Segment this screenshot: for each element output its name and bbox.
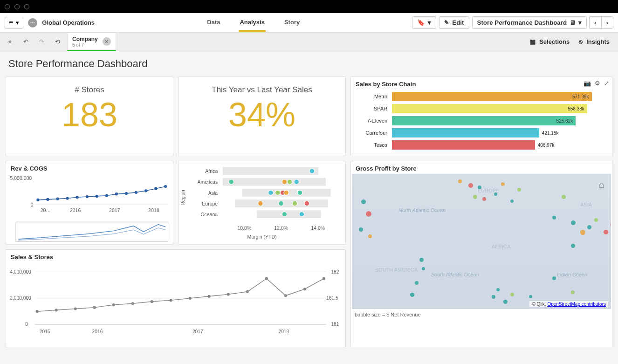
snapshot-icon[interactable]: 📷 [584, 80, 591, 87]
prev-sheet-button[interactable]: ‹ [589, 16, 601, 29]
map-canvas[interactable]: ⌂ North Atlantic Ocean SOUTH AMERICA Sou… [352, 174, 611, 309]
bookmark-button[interactable]: 🔖 ▾ [412, 16, 436, 29]
step-forward-icon[interactable]: ↷ [34, 34, 49, 50]
tab-analysis[interactable]: Analysis [239, 14, 265, 32]
map-bubble[interactable] [419, 258, 424, 262]
selection-tag-company[interactable]: Company 5 of 7 ✕ [67, 33, 116, 51]
svg-text:2017: 2017 [109, 207, 120, 213]
kpi-stores[interactable]: # Stores 183 [6, 76, 173, 156]
map-bubble[interactable] [482, 197, 486, 201]
svg-point-68 [151, 300, 153, 303]
traffic-light-close[interactable] [5, 4, 10, 9]
map-bubble[interactable] [510, 293, 514, 296]
svg-point-13 [135, 191, 137, 194]
map-bubble[interactable] [604, 230, 608, 234]
kpi-sales-vs-ly[interactable]: This Year vs Last Year Sales 34% [178, 76, 346, 156]
svg-text:14.0%: 14.0% [311, 225, 325, 231]
chevron-down-icon: ▾ [16, 19, 19, 26]
selections-tool-button[interactable]: ▦ Selections [530, 38, 570, 45]
map-bubble[interactable] [571, 290, 575, 294]
chevron-down-icon: ▾ [428, 19, 431, 26]
map-bubble[interactable] [494, 192, 497, 196]
global-menu-button[interactable]: ≡ ▾ [5, 17, 23, 29]
map-bubble[interactable] [478, 185, 481, 189]
map-bubble[interactable] [359, 227, 363, 232]
chart-sales-by-chain[interactable]: Sales by Store Chain 📷 ⚙ ⤢ Metro571.39kS… [350, 76, 612, 156]
window-titlebar [0, 0, 618, 13]
kpi-sales-title: This Year vs Last Year Sales [187, 85, 337, 95]
svg-point-36 [287, 179, 292, 185]
map-bubble[interactable] [410, 293, 414, 297]
map-bubble[interactable] [361, 199, 366, 204]
map-bubble[interactable] [492, 295, 495, 299]
smart-search-icon[interactable]: ⌖ [2, 34, 18, 50]
selection-remove-icon[interactable]: ✕ [103, 37, 111, 46]
bar-row[interactable]: 7-Eleven525.62k [357, 115, 602, 127]
edit-button[interactable]: ✎ Edit [439, 16, 469, 29]
kpi-sales-value: 34% [187, 96, 337, 133]
chart-margin-scatter[interactable]: Region AfricaAmericasAsiaEuropeOceana 10… [178, 161, 346, 245]
map-bubble[interactable] [366, 211, 371, 217]
map-attribution: © Qlik, OpenStreetMap contributors [529, 301, 608, 307]
tab-story[interactable]: Story [283, 14, 301, 32]
map-bubble[interactable] [587, 225, 591, 229]
traffic-light-min[interactable] [14, 4, 20, 9]
map-bubble[interactable] [468, 183, 473, 188]
bar-label: SPAR [357, 106, 389, 111]
bar-row[interactable]: SPAR558.38k [357, 103, 602, 115]
fullscreen-icon[interactable]: ⤢ [604, 80, 609, 87]
map-bubble[interactable] [422, 267, 425, 270]
map-bubble[interactable] [368, 234, 372, 238]
map-bubble[interactable] [594, 218, 598, 222]
sheet-title: Store Performance Dashboard [0, 51, 618, 76]
map-bubble[interactable] [496, 288, 500, 291]
map-bubble[interactable] [552, 276, 556, 280]
monitor-icon: 🖥 [570, 19, 576, 26]
top-actions: 🔖 ▾ ✎ Edit Store Performance Dashboard 🖥… [412, 16, 613, 29]
map-attrib-link[interactable]: OpenStreetMap contributors [547, 302, 606, 307]
svg-text:181: 181 [331, 322, 339, 327]
map-home-icon[interactable]: ⌂ [599, 179, 604, 190]
svg-point-73 [246, 290, 249, 293]
svg-rect-21 [16, 222, 168, 241]
map-bubble[interactable] [458, 179, 462, 183]
exploration-icon[interactable]: ⚙ [595, 80, 600, 87]
map-bubble[interactable] [510, 199, 514, 203]
map-bubble[interactable] [580, 230, 585, 235]
svg-point-63 [55, 309, 58, 311]
bar-row[interactable]: Carrefour421.15k [357, 127, 602, 139]
map-bubble[interactable] [562, 195, 566, 199]
map-bubble[interactable] [415, 281, 419, 285]
chart-rev-cogs[interactable]: Rev & COGS 5,000,000 0 20… 2016 2017 201… [6, 161, 173, 245]
map-bubble[interactable] [517, 188, 521, 192]
map-bubble[interactable] [529, 295, 532, 298]
svg-text:Americas: Americas [197, 179, 218, 185]
map-bubble[interactable] [611, 220, 611, 229]
hamburger-icon: ≡ [9, 19, 13, 27]
map-footer-note: bubble size = $ Net Revenue [355, 312, 421, 317]
svg-text:5,000,000: 5,000,000 [10, 175, 32, 181]
insights-button[interactable]: ⎋ Insights [579, 38, 610, 45]
map-bubble[interactable] [571, 220, 576, 225]
chart-sales-stores[interactable]: Sales & Stores 4,000,000 2,000,000 0 182… [6, 249, 346, 347]
svg-point-39 [275, 190, 280, 195]
map-bubble[interactable] [501, 182, 505, 186]
map-bubble[interactable] [503, 300, 508, 304]
map-bubble[interactable] [552, 216, 556, 220]
map-bubble[interactable] [571, 244, 575, 248]
bar-row[interactable]: Tesco408.97k [357, 139, 602, 151]
sheet-dropdown-label: Store Performance Dashboard [477, 19, 567, 26]
tab-data[interactable]: Data [206, 14, 221, 32]
chart-gross-profit-map[interactable]: Gross Profit by Store ⌂ North Atlantic O… [350, 161, 612, 347]
svg-point-44 [279, 201, 284, 206]
scatter-svg: Region AfricaAmericasAsiaEuropeOceana 10… [179, 161, 345, 245]
sheet-dropdown[interactable]: Store Performance Dashboard 🖥 ▾ [472, 16, 587, 29]
map-bubble[interactable] [473, 195, 477, 199]
clear-selections-icon[interactable]: ⟲ [49, 34, 65, 50]
svg-point-76 [303, 288, 306, 290]
bar-row[interactable]: Metro571.39k [357, 90, 602, 103]
chart-title: Sales by Store Chain [351, 77, 612, 89]
step-back-icon[interactable]: ↶ [18, 34, 34, 50]
next-sheet-button[interactable]: › [601, 16, 613, 29]
traffic-light-max[interactable] [24, 4, 29, 9]
